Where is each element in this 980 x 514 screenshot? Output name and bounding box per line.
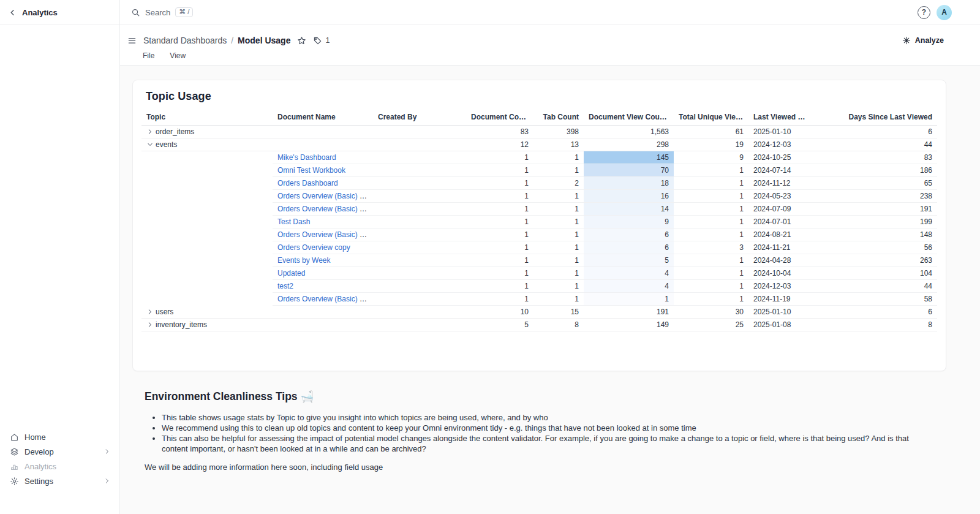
column-header-total-unique-viewers[interactable]: Total Unique Viewers bbox=[674, 111, 748, 126]
topic-cell bbox=[141, 229, 273, 241]
total-unique-viewers-cell: 19 bbox=[674, 138, 748, 151]
sidebar-header[interactable]: Analytics bbox=[0, 0, 119, 25]
sidebar-item-home[interactable]: Home bbox=[7, 429, 113, 444]
column-header-topic[interactable]: Topic bbox=[141, 111, 273, 126]
menu-view[interactable]: View bbox=[170, 51, 186, 60]
home-icon bbox=[10, 433, 19, 442]
sidebar-item-analytics[interactable]: Analytics bbox=[7, 459, 113, 474]
document-link[interactable]: Orders Dashboard bbox=[277, 179, 338, 187]
sidebar-item-develop[interactable]: Develop bbox=[7, 444, 113, 459]
tab-count-cell: 1 bbox=[533, 254, 584, 267]
table-row: Test Dash11912024-07-01199 bbox=[141, 216, 937, 229]
sidebar: Analytics HomeDevelopAnalyticsSettings bbox=[0, 0, 120, 514]
chevron-right-icon[interactable] bbox=[146, 308, 154, 316]
document-link[interactable]: Omni Test Workbook bbox=[277, 166, 345, 175]
total-unique-viewers-cell: 1 bbox=[674, 164, 748, 177]
last-viewed-date-cell: 2024-12-03 bbox=[748, 138, 815, 151]
breadcrumb: Standard Dashboards / Model Usage bbox=[143, 36, 290, 45]
bar-chart-icon bbox=[10, 462, 19, 471]
table-header-row: TopicDocument NameCreated ByDocument Cou… bbox=[141, 111, 937, 126]
labels-group[interactable]: 1 bbox=[313, 36, 330, 45]
hamburger-menu-icon[interactable] bbox=[127, 36, 137, 45]
document-name-cell: Orders Overview copy bbox=[273, 241, 373, 254]
document-link[interactable]: Mike's Dashboard bbox=[277, 153, 336, 162]
days-since-last-viewed-cell: 186 bbox=[815, 164, 937, 177]
search-input[interactable]: Search ⌘ / bbox=[131, 7, 193, 17]
total-unique-viewers-cell: 30 bbox=[674, 306, 748, 319]
document-view-count-cell: 70 bbox=[584, 164, 674, 177]
chevron-right-icon[interactable] bbox=[146, 321, 154, 328]
total-unique-viewers-cell: 61 bbox=[674, 126, 748, 138]
chevron-down-icon[interactable] bbox=[146, 141, 154, 148]
days-since-last-viewed-cell: 56 bbox=[815, 241, 937, 254]
document-link[interactable]: Orders Overview (Basic) copy bbox=[277, 192, 373, 200]
topic-cell bbox=[141, 267, 273, 280]
last-viewed-date-cell: 2024-08-21 bbox=[748, 229, 815, 241]
total-unique-viewers-cell: 3 bbox=[674, 241, 748, 254]
topic-name: users bbox=[156, 308, 173, 316]
favorite-star-icon[interactable] bbox=[297, 36, 306, 45]
sidebar-item-label: Home bbox=[24, 433, 46, 442]
chevron-right-icon[interactable] bbox=[146, 128, 154, 135]
sparkle-icon bbox=[902, 36, 911, 45]
column-header-document-count[interactable]: Document Count bbox=[466, 111, 533, 126]
tab-count-cell: 8 bbox=[533, 319, 584, 331]
last-viewed-date-cell: 2024-10-25 bbox=[748, 151, 815, 164]
breadcrumb-current: Model Usage bbox=[238, 36, 290, 45]
menu-file[interactable]: File bbox=[143, 51, 154, 60]
days-since-last-viewed-cell: 58 bbox=[815, 293, 937, 306]
column-header-days-since-last-viewed[interactable]: Days Since Last Viewed bbox=[815, 111, 937, 126]
tips-bullet: This table shows usage stats by Topic to… bbox=[162, 412, 910, 423]
last-viewed-date-cell: 2024-07-09 bbox=[748, 203, 815, 216]
document-view-count-cell: 5 bbox=[584, 254, 674, 267]
document-count-cell: 1 bbox=[466, 164, 533, 177]
document-link[interactable]: Orders Overview (Basic) copy bbox=[277, 295, 373, 303]
document-count-cell: 1 bbox=[466, 229, 533, 241]
document-name-cell: Orders Dashboard bbox=[273, 177, 373, 190]
topic-cell bbox=[141, 151, 273, 164]
sidebar-title: Analytics bbox=[22, 8, 58, 17]
document-link[interactable]: Orders Overview (Basic) copy bbox=[277, 230, 373, 239]
table-row: Orders Overview (Basic) copy111612024-05… bbox=[141, 190, 937, 203]
table-row: Updated11412024-10-04104 bbox=[141, 267, 937, 280]
topbar: Search ⌘ / ? A bbox=[120, 0, 980, 25]
column-header-tab-count[interactable]: Tab Count bbox=[533, 111, 584, 126]
created-by-cell bbox=[373, 293, 466, 306]
help-icon[interactable]: ? bbox=[918, 6, 930, 19]
back-chevron-icon[interactable] bbox=[9, 9, 17, 17]
tag-icon bbox=[313, 36, 322, 45]
table-row: Mike's Dashboard1114592024-10-2583 bbox=[141, 151, 937, 164]
tab-count-cell: 1 bbox=[533, 216, 584, 229]
topic-name: order_items bbox=[156, 127, 194, 136]
document-link[interactable]: Test Dash bbox=[277, 217, 310, 226]
avatar[interactable]: A bbox=[937, 5, 952, 20]
document-name-cell: Events by Week bbox=[273, 254, 373, 267]
column-header-document-view-count[interactable]: Document View Count↓ bbox=[584, 111, 674, 126]
document-view-count-cell: 18 bbox=[584, 177, 674, 190]
tab-count-cell: 1 bbox=[533, 203, 584, 216]
created-by-cell bbox=[373, 177, 466, 190]
document-link[interactable]: Events by Week bbox=[277, 256, 330, 265]
column-header-created-by[interactable]: Created By bbox=[373, 111, 466, 126]
column-header-document-name[interactable]: Document Name bbox=[273, 111, 373, 126]
days-since-last-viewed-cell: 65 bbox=[815, 177, 937, 190]
document-name-cell: Omni Test Workbook bbox=[273, 164, 373, 177]
breadcrumb-parent[interactable]: Standard Dashboards bbox=[143, 36, 227, 45]
document-link[interactable]: test2 bbox=[277, 282, 293, 290]
column-header-last-viewed-date[interactable]: Last Viewed Date bbox=[748, 111, 815, 126]
document-link[interactable]: Updated bbox=[277, 269, 305, 278]
tips-tile: Environment Cleanliness Tips 🛁 This tabl… bbox=[145, 390, 910, 472]
document-link[interactable]: Orders Overview copy bbox=[277, 243, 350, 252]
topic-cell: inventory_items bbox=[141, 319, 273, 331]
document-count-cell: 1 bbox=[466, 203, 533, 216]
topic-usage-table: TopicDocument NameCreated ByDocument Cou… bbox=[141, 111, 937, 331]
document-link[interactable]: Orders Overview (Basic) copy bbox=[277, 205, 373, 213]
analyze-label: Analyze bbox=[915, 36, 944, 45]
sidebar-item-settings[interactable]: Settings bbox=[7, 474, 113, 488]
created-by-cell bbox=[373, 254, 466, 267]
tips-footer: We will be adding more information here … bbox=[145, 463, 910, 472]
document-view-count-cell: 6 bbox=[584, 229, 674, 241]
analyze-button[interactable]: Analyze bbox=[901, 34, 945, 47]
last-viewed-date-cell: 2025-01-08 bbox=[748, 319, 815, 331]
document-view-count-cell: 191 bbox=[584, 306, 674, 319]
